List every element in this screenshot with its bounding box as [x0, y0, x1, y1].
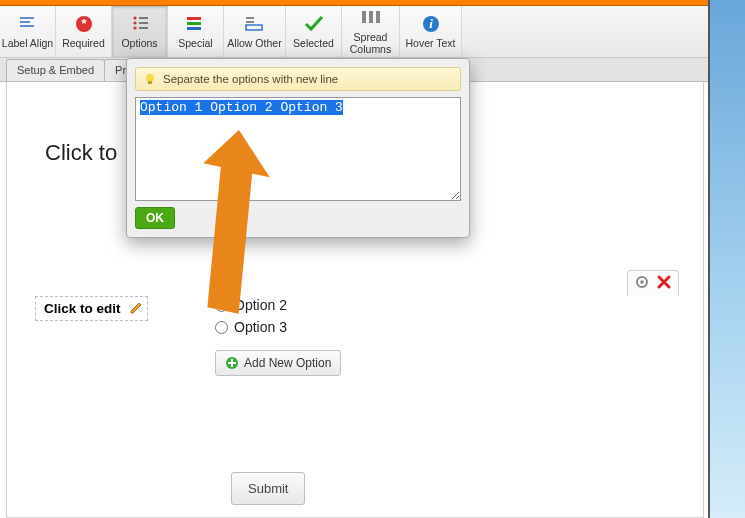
- svg-rect-10: [139, 27, 148, 29]
- svg-rect-12: [187, 22, 201, 25]
- options-textarea[interactable]: Option 1 Option 2 Option 3: [135, 97, 461, 201]
- svg-point-5: [133, 16, 136, 19]
- option-row[interactable]: Option 3: [215, 316, 341, 338]
- question-label[interactable]: Click to edit: [35, 296, 148, 321]
- add-option-button[interactable]: Add New Option: [215, 350, 341, 376]
- question-label-text: Click to edit: [44, 301, 121, 316]
- svg-point-7: [133, 21, 136, 24]
- special-text: Special: [178, 38, 212, 50]
- submit-button[interactable]: Submit: [231, 472, 305, 505]
- app-window: Label Align * Required Options Special A…: [0, 0, 710, 518]
- svg-rect-2: [20, 25, 34, 27]
- svg-rect-19: [376, 11, 380, 23]
- question-toolbar: [627, 270, 679, 296]
- svg-rect-1: [20, 21, 30, 23]
- hover-text-button[interactable]: i Hover Text: [400, 6, 462, 57]
- svg-rect-0: [20, 17, 34, 19]
- options-list: Option 2 Option 3 Add New Option: [215, 294, 341, 376]
- gear-icon[interactable]: [634, 274, 650, 293]
- svg-rect-16: [246, 25, 262, 30]
- pencil-icon: [129, 301, 143, 318]
- spread-columns-text: Spread Columns: [350, 32, 391, 55]
- options-button[interactable]: Options: [112, 6, 168, 57]
- plus-icon: [225, 356, 239, 370]
- svg-rect-11: [187, 17, 201, 20]
- lightbulb-icon: [143, 72, 157, 86]
- svg-rect-14: [246, 17, 254, 19]
- option-label: Option 3: [234, 319, 287, 335]
- svg-point-25: [146, 74, 154, 82]
- svg-text:i: i: [429, 16, 433, 31]
- tab-setup-embed[interactable]: Setup & Embed: [6, 59, 105, 81]
- label-align-text: Label Align: [2, 38, 53, 50]
- svg-rect-18: [369, 11, 373, 23]
- hint-text: Separate the options with new line: [163, 73, 338, 85]
- required-text: Required: [62, 38, 105, 50]
- desktop-background: [710, 0, 745, 518]
- options-text: Options: [121, 38, 157, 50]
- svg-rect-17: [362, 11, 366, 23]
- svg-rect-8: [139, 22, 148, 24]
- allow-other-icon: [244, 14, 266, 36]
- selected-text: Option 1 Option 2 Option 3: [140, 100, 343, 115]
- spread-columns-icon: [360, 8, 382, 30]
- radio-input[interactable]: [215, 321, 228, 334]
- svg-rect-13: [187, 27, 201, 30]
- required-icon: *: [74, 14, 94, 36]
- hover-text-text: Hover Text: [406, 38, 456, 50]
- options-icon: [130, 14, 150, 36]
- question-block[interactable]: Click to edit Option 2 Option 3 Add New …: [29, 290, 689, 323]
- special-icon: [185, 14, 207, 36]
- option-label: Option 2: [234, 297, 287, 313]
- hint-bar: Separate the options with new line: [135, 67, 461, 91]
- svg-rect-6: [139, 17, 148, 19]
- allow-other-text: Allow Other: [227, 38, 281, 50]
- form-title[interactable]: Click to: [45, 140, 117, 166]
- spread-columns-button[interactable]: Spread Columns: [342, 6, 400, 57]
- ribbon-toolbar: Label Align * Required Options Special A…: [0, 6, 708, 58]
- required-button[interactable]: * Required: [56, 6, 112, 57]
- svg-rect-15: [246, 21, 254, 23]
- hover-text-icon: i: [421, 14, 441, 36]
- radio-input[interactable]: [215, 299, 228, 312]
- option-row[interactable]: Option 2: [215, 294, 341, 316]
- svg-point-9: [133, 26, 136, 29]
- svg-rect-26: [148, 81, 152, 84]
- selected-text: Selected: [293, 38, 334, 50]
- options-popup: Separate the options with new line Optio…: [126, 58, 470, 238]
- delete-icon[interactable]: [656, 274, 672, 293]
- add-option-label: Add New Option: [244, 356, 331, 370]
- special-button[interactable]: Special: [168, 6, 224, 57]
- ok-button[interactable]: OK: [135, 207, 175, 229]
- label-align-button[interactable]: Label Align: [0, 6, 56, 57]
- allow-other-button[interactable]: Allow Other: [224, 6, 286, 57]
- selected-button[interactable]: Selected: [286, 6, 342, 57]
- svg-point-23: [640, 280, 644, 284]
- label-align-icon: [18, 14, 38, 36]
- selected-icon: [303, 14, 325, 36]
